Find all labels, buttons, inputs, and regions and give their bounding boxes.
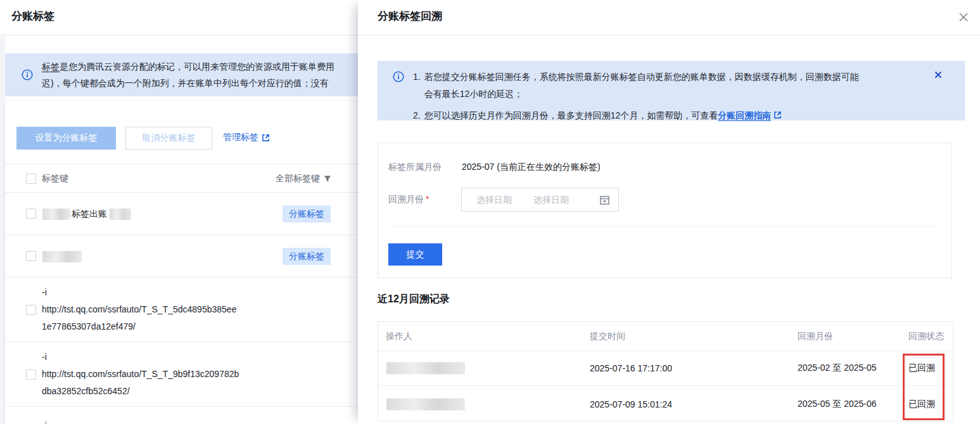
- info-icon: [393, 71, 404, 82]
- cancel-allocation-tag-button[interactable]: 取消分账标签: [125, 127, 212, 150]
- tag-key-filter[interactable]: 全部标签键: [276, 173, 331, 184]
- panel-header: 分账标签回溯: [358, 0, 980, 35]
- backtrack-guide-link[interactable]: 分账回溯指南: [718, 110, 771, 120]
- tag-key-text: -i http://tst.qq.com/ssrfauto/T_S_T_5dc4…: [42, 284, 236, 335]
- select-all-checkbox[interactable]: [26, 174, 36, 184]
- allocation-tag-badge: 分账标签: [283, 248, 331, 265]
- tags-info-line1: 是您为腾讯云资源分配的标记，可以用来管理您的资源或用于账单费用: [60, 61, 334, 72]
- backtrack-notice-banner: 1. 若您提交分账标签回溯任务，系统将按照最新分账标签自动更新您的账单数据，因数…: [378, 61, 965, 120]
- tag-key-column-header: 标签键: [42, 173, 68, 184]
- tags-info-text: 标签是您为腾讯云资源分配的标记，可以用来管理您的资源或用于账单费用 迟)，每个键…: [42, 58, 334, 91]
- backtrack-months-cell: 2025-05 至 2025-06: [798, 399, 877, 410]
- tag-row: -i: [5, 407, 358, 424]
- backtrack-month-label: 回溯月份*: [388, 194, 429, 205]
- tag-month-label: 标签所属月份: [388, 162, 442, 173]
- submit-time-cell: 2025-07-16 17:17:00: [590, 363, 672, 373]
- allocation-tag-badge: 分账标签: [283, 205, 331, 222]
- notice-item-2-text: 您可以选择历史月作为回溯月份，最多支持回溯12个月，如需帮助，可查看: [424, 110, 718, 120]
- tag-key-text: 标签出账: [72, 209, 107, 220]
- tag-row: 标签出账 分账标签: [5, 193, 358, 235]
- records-section-title: 近12月回溯记录: [378, 293, 450, 306]
- record-row: 2025-07-09 15:01:24 2025-05 至 2025-06 已回…: [378, 386, 953, 422]
- submit-button[interactable]: 提交: [388, 243, 442, 266]
- records-table-header: 操作人 提交时间 回溯月份 回溯状态: [378, 322, 953, 351]
- row-checkbox[interactable]: [26, 251, 36, 261]
- tag-row: -i http://tst.qq.com/ssrfauto/T_S_T_9b9f…: [5, 342, 358, 407]
- tag-key-text: -i: [42, 417, 47, 424]
- set-allocation-tag-button[interactable]: 设置为分账标签: [16, 127, 116, 150]
- redacted-operator: [386, 363, 465, 375]
- submit-time-column-header: 提交时间: [590, 331, 625, 342]
- end-date-placeholder: 选择日期: [533, 195, 569, 206]
- operator-column-header: 操作人: [386, 331, 412, 342]
- panel-title: 分账标签回溯: [378, 9, 442, 23]
- tag-month-value: 2025-07 (当前正在生效的分账标签): [462, 162, 601, 173]
- row-checkbox[interactable]: [26, 369, 36, 380]
- redacted-text: [42, 251, 82, 262]
- backtrack-month-range-picker[interactable]: 选择日期 选择日期: [461, 188, 619, 212]
- status-cell: 已回溯: [908, 363, 935, 374]
- backtrack-form: 标签所属月份 2025-07 (当前正在生效的分账标签) 回溯月份* 选择日期 …: [378, 143, 952, 278]
- tags-info-banner: 标签是您为腾讯云资源分配的标记，可以用来管理您的资源或用于账单费用 迟)，每个键…: [5, 53, 358, 96]
- notice-item-1-line2: 会有最长12小时的延迟；: [424, 86, 859, 103]
- manage-tags-label: 管理标签: [223, 132, 258, 143]
- external-link-icon: [262, 134, 270, 142]
- notice-body: 1. 若您提交分账标签回溯任务，系统将按照最新分账标签自动更新您的账单数据，因数…: [413, 68, 859, 124]
- close-icon[interactable]: [957, 11, 970, 23]
- status-column-header: 回溯状态: [908, 331, 944, 342]
- filter-all-label: 全部标签键: [276, 173, 320, 184]
- redacted-text: [42, 209, 70, 220]
- notice-item-2-number: 2.: [413, 107, 421, 124]
- backtrack-months-column-header: 回溯月份: [798, 331, 833, 342]
- calendar-icon: [599, 195, 610, 205]
- notice-close-icon[interactable]: [934, 70, 942, 79]
- notice-item-1-line1: 若您提交分账标签回溯任务，系统将按照最新分账标签自动更新您的账单数据，因数据缓存…: [424, 68, 859, 86]
- start-date-placeholder: 选择日期: [476, 195, 512, 206]
- notice-item-1: 1. 若您提交分账标签回溯任务，系统将按照最新分账标签自动更新您的账单数据，因数…: [413, 68, 859, 103]
- redacted-operator: [386, 398, 465, 410]
- filter-funnel-icon: [324, 175, 331, 183]
- tags-table-header: 标签键 全部标签键: [5, 164, 358, 193]
- manage-tags-link[interactable]: 管理标签: [223, 132, 270, 143]
- form-divider: [391, 226, 939, 227]
- notice-item-1-number: 1.: [413, 68, 421, 103]
- backtrack-months-cell: 2025-02 至 2025-05: [798, 363, 877, 374]
- tags-card: 设置为分账标签 取消分账标签 管理标签 标签键 全部标签键: [5, 101, 358, 424]
- tag-term-link[interactable]: 标签: [42, 61, 60, 72]
- tag-key-text: -i http://tst.qq.com/ssrfauto/T_S_T_9b9f…: [42, 349, 239, 400]
- record-row: 2025-07-16 17:17:00 2025-02 至 2025-05 已回…: [378, 351, 953, 386]
- external-link-icon: [773, 111, 782, 119]
- row-checkbox[interactable]: [26, 209, 36, 219]
- tags-info-line2: 迟)，每个键都会成为一个附加列，并在账单中列出每个对应行的值；没有: [42, 75, 334, 91]
- backtrack-panel: 分账标签回溯 1. 若您提交分账标签回溯任务，系统将按照最新分账标签自动更新您的…: [358, 0, 980, 424]
- status-cell: 已回溯: [908, 399, 935, 410]
- info-icon: [22, 69, 33, 80]
- tag-row: 分账标签: [5, 235, 358, 278]
- page-header: 分账标签: [0, 0, 358, 35]
- screen: 分账标签 标签是您为腾讯云资源分配的标记，可以用来管理您的资源或用于账单费用 迟…: [0, 0, 980, 424]
- tag-row: -i http://tst.qq.com/ssrfauto/T_S_T_5dc4…: [5, 278, 358, 342]
- row-checkbox[interactable]: [26, 305, 36, 315]
- backtrack-records-table: 操作人 提交时间 回溯月份 回溯状态 2025-07-16 17:17:00 2…: [378, 321, 953, 421]
- page-gutter: [0, 36, 5, 424]
- redacted-text: [110, 209, 131, 220]
- notice-item-2: 2. 您可以选择历史月作为回溯月份，最多支持回溯12个月，如需帮助，可查看分账回…: [413, 107, 859, 124]
- submit-time-cell: 2025-07-09 15:01:24: [590, 399, 672, 409]
- required-mark: *: [426, 194, 429, 204]
- page-title: 分账标签: [11, 9, 54, 23]
- cost-allocation-tags-page: 分账标签 标签是您为腾讯云资源分配的标记，可以用来管理您的资源或用于账单费用 迟…: [0, 0, 358, 424]
